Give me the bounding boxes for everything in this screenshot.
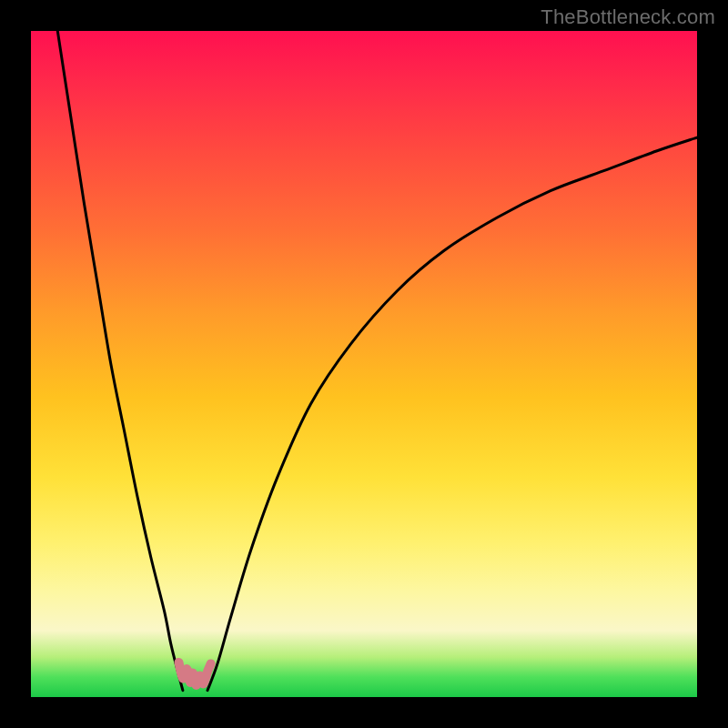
watermark-text: TheBottleneck.com <box>541 5 715 29</box>
curve-layer <box>31 31 697 697</box>
left-branch-curve <box>57 31 183 691</box>
plot-area <box>31 31 697 697</box>
chart-frame: TheBottleneck.com <box>0 0 728 728</box>
valley-squiggle <box>179 662 211 685</box>
right-branch-curve <box>207 137 697 691</box>
